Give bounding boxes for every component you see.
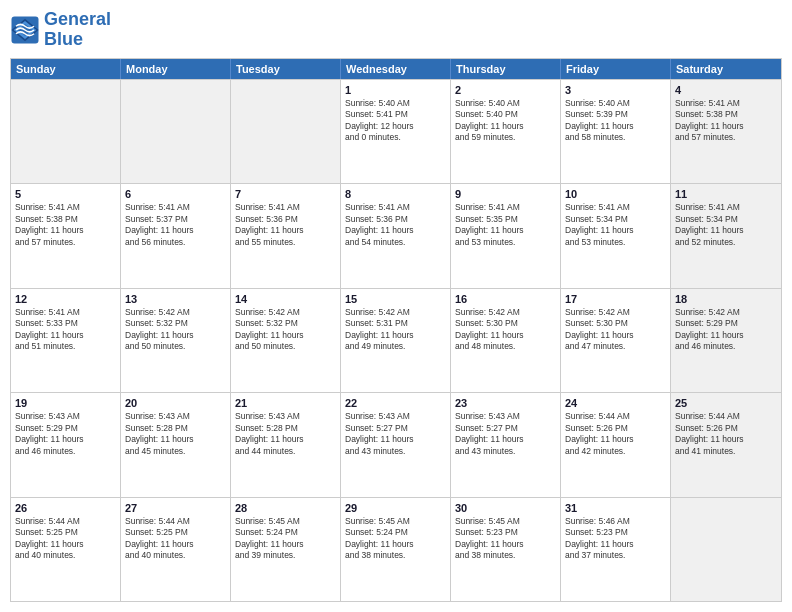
cell-info: Sunrise: 5:45 AM Sunset: 5:24 PM Dayligh… xyxy=(345,516,446,562)
cell-info: Sunrise: 5:41 AM Sunset: 5:38 PM Dayligh… xyxy=(15,202,116,248)
day-number: 20 xyxy=(125,396,226,410)
calendar-cell xyxy=(671,498,781,601)
calendar-cell: 5Sunrise: 5:41 AM Sunset: 5:38 PM Daylig… xyxy=(11,184,121,287)
day-number: 30 xyxy=(455,501,556,515)
calendar-cell: 9Sunrise: 5:41 AM Sunset: 5:35 PM Daylig… xyxy=(451,184,561,287)
calendar-cell: 4Sunrise: 5:41 AM Sunset: 5:38 PM Daylig… xyxy=(671,80,781,183)
day-number: 5 xyxy=(15,187,116,201)
calendar-cell: 21Sunrise: 5:43 AM Sunset: 5:28 PM Dayli… xyxy=(231,393,341,496)
cell-info: Sunrise: 5:43 AM Sunset: 5:27 PM Dayligh… xyxy=(345,411,446,457)
calendar-cell: 28Sunrise: 5:45 AM Sunset: 5:24 PM Dayli… xyxy=(231,498,341,601)
calendar-cell: 20Sunrise: 5:43 AM Sunset: 5:28 PM Dayli… xyxy=(121,393,231,496)
calendar-cell: 15Sunrise: 5:42 AM Sunset: 5:31 PM Dayli… xyxy=(341,289,451,392)
calendar-body: 1Sunrise: 5:40 AM Sunset: 5:41 PM Daylig… xyxy=(11,79,781,601)
calendar-row-1: 1Sunrise: 5:40 AM Sunset: 5:41 PM Daylig… xyxy=(11,79,781,183)
calendar-cell: 6Sunrise: 5:41 AM Sunset: 5:37 PM Daylig… xyxy=(121,184,231,287)
day-number: 29 xyxy=(345,501,446,515)
cell-info: Sunrise: 5:41 AM Sunset: 5:37 PM Dayligh… xyxy=(125,202,226,248)
day-number: 19 xyxy=(15,396,116,410)
header-day-wednesday: Wednesday xyxy=(341,59,451,79)
cell-info: Sunrise: 5:46 AM Sunset: 5:23 PM Dayligh… xyxy=(565,516,666,562)
day-number: 28 xyxy=(235,501,336,515)
calendar-cell: 13Sunrise: 5:42 AM Sunset: 5:32 PM Dayli… xyxy=(121,289,231,392)
logo-text2: Blue xyxy=(44,30,111,50)
cell-info: Sunrise: 5:41 AM Sunset: 5:36 PM Dayligh… xyxy=(345,202,446,248)
cell-info: Sunrise: 5:44 AM Sunset: 5:25 PM Dayligh… xyxy=(125,516,226,562)
calendar-cell: 17Sunrise: 5:42 AM Sunset: 5:30 PM Dayli… xyxy=(561,289,671,392)
cell-info: Sunrise: 5:41 AM Sunset: 5:35 PM Dayligh… xyxy=(455,202,556,248)
calendar-row-3: 12Sunrise: 5:41 AM Sunset: 5:33 PM Dayli… xyxy=(11,288,781,392)
day-number: 2 xyxy=(455,83,556,97)
day-number: 12 xyxy=(15,292,116,306)
calendar-cell: 18Sunrise: 5:42 AM Sunset: 5:29 PM Dayli… xyxy=(671,289,781,392)
day-number: 1 xyxy=(345,83,446,97)
calendar-row-4: 19Sunrise: 5:43 AM Sunset: 5:29 PM Dayli… xyxy=(11,392,781,496)
calendar-header: SundayMondayTuesdayWednesdayThursdayFrid… xyxy=(11,59,781,79)
cell-info: Sunrise: 5:41 AM Sunset: 5:33 PM Dayligh… xyxy=(15,307,116,353)
day-number: 6 xyxy=(125,187,226,201)
day-number: 8 xyxy=(345,187,446,201)
cell-info: Sunrise: 5:44 AM Sunset: 5:26 PM Dayligh… xyxy=(675,411,777,457)
cell-info: Sunrise: 5:41 AM Sunset: 5:34 PM Dayligh… xyxy=(565,202,666,248)
cell-info: Sunrise: 5:40 AM Sunset: 5:40 PM Dayligh… xyxy=(455,98,556,144)
day-number: 11 xyxy=(675,187,777,201)
calendar-cell: 26Sunrise: 5:44 AM Sunset: 5:25 PM Dayli… xyxy=(11,498,121,601)
calendar-cell: 19Sunrise: 5:43 AM Sunset: 5:29 PM Dayli… xyxy=(11,393,121,496)
day-number: 23 xyxy=(455,396,556,410)
cell-info: Sunrise: 5:42 AM Sunset: 5:30 PM Dayligh… xyxy=(565,307,666,353)
day-number: 14 xyxy=(235,292,336,306)
day-number: 10 xyxy=(565,187,666,201)
calendar-cell: 22Sunrise: 5:43 AM Sunset: 5:27 PM Dayli… xyxy=(341,393,451,496)
cell-info: Sunrise: 5:45 AM Sunset: 5:24 PM Dayligh… xyxy=(235,516,336,562)
calendar-cell: 29Sunrise: 5:45 AM Sunset: 5:24 PM Dayli… xyxy=(341,498,451,601)
calendar-row-2: 5Sunrise: 5:41 AM Sunset: 5:38 PM Daylig… xyxy=(11,183,781,287)
calendar-cell xyxy=(11,80,121,183)
cell-info: Sunrise: 5:41 AM Sunset: 5:36 PM Dayligh… xyxy=(235,202,336,248)
cell-info: Sunrise: 5:41 AM Sunset: 5:38 PM Dayligh… xyxy=(675,98,777,144)
cell-info: Sunrise: 5:43 AM Sunset: 5:27 PM Dayligh… xyxy=(455,411,556,457)
cell-info: Sunrise: 5:44 AM Sunset: 5:26 PM Dayligh… xyxy=(565,411,666,457)
header-day-tuesday: Tuesday xyxy=(231,59,341,79)
cell-info: Sunrise: 5:43 AM Sunset: 5:28 PM Dayligh… xyxy=(235,411,336,457)
day-number: 17 xyxy=(565,292,666,306)
day-number: 4 xyxy=(675,83,777,97)
calendar-cell: 31Sunrise: 5:46 AM Sunset: 5:23 PM Dayli… xyxy=(561,498,671,601)
cell-info: Sunrise: 5:41 AM Sunset: 5:34 PM Dayligh… xyxy=(675,202,777,248)
header-day-sunday: Sunday xyxy=(11,59,121,79)
cell-info: Sunrise: 5:45 AM Sunset: 5:23 PM Dayligh… xyxy=(455,516,556,562)
cell-info: Sunrise: 5:44 AM Sunset: 5:25 PM Dayligh… xyxy=(15,516,116,562)
calendar-row-5: 26Sunrise: 5:44 AM Sunset: 5:25 PM Dayli… xyxy=(11,497,781,601)
page-header: General Blue xyxy=(10,10,782,50)
calendar-cell xyxy=(231,80,341,183)
header-day-saturday: Saturday xyxy=(671,59,781,79)
day-number: 13 xyxy=(125,292,226,306)
cell-info: Sunrise: 5:43 AM Sunset: 5:28 PM Dayligh… xyxy=(125,411,226,457)
calendar-cell: 16Sunrise: 5:42 AM Sunset: 5:30 PM Dayli… xyxy=(451,289,561,392)
day-number: 18 xyxy=(675,292,777,306)
day-number: 3 xyxy=(565,83,666,97)
logo-icon xyxy=(10,15,40,45)
day-number: 16 xyxy=(455,292,556,306)
day-number: 25 xyxy=(675,396,777,410)
calendar-cell: 27Sunrise: 5:44 AM Sunset: 5:25 PM Dayli… xyxy=(121,498,231,601)
calendar-cell: 1Sunrise: 5:40 AM Sunset: 5:41 PM Daylig… xyxy=(341,80,451,183)
header-day-friday: Friday xyxy=(561,59,671,79)
calendar-cell: 11Sunrise: 5:41 AM Sunset: 5:34 PM Dayli… xyxy=(671,184,781,287)
day-number: 21 xyxy=(235,396,336,410)
cell-info: Sunrise: 5:40 AM Sunset: 5:39 PM Dayligh… xyxy=(565,98,666,144)
day-number: 9 xyxy=(455,187,556,201)
calendar-cell: 14Sunrise: 5:42 AM Sunset: 5:32 PM Dayli… xyxy=(231,289,341,392)
day-number: 7 xyxy=(235,187,336,201)
cell-info: Sunrise: 5:40 AM Sunset: 5:41 PM Dayligh… xyxy=(345,98,446,144)
cell-info: Sunrise: 5:42 AM Sunset: 5:29 PM Dayligh… xyxy=(675,307,777,353)
cell-info: Sunrise: 5:42 AM Sunset: 5:31 PM Dayligh… xyxy=(345,307,446,353)
day-number: 22 xyxy=(345,396,446,410)
day-number: 27 xyxy=(125,501,226,515)
day-number: 24 xyxy=(565,396,666,410)
cell-info: Sunrise: 5:42 AM Sunset: 5:32 PM Dayligh… xyxy=(235,307,336,353)
calendar-cell: 24Sunrise: 5:44 AM Sunset: 5:26 PM Dayli… xyxy=(561,393,671,496)
calendar-cell xyxy=(121,80,231,183)
day-number: 15 xyxy=(345,292,446,306)
calendar-cell: 8Sunrise: 5:41 AM Sunset: 5:36 PM Daylig… xyxy=(341,184,451,287)
logo: General Blue xyxy=(10,10,111,50)
